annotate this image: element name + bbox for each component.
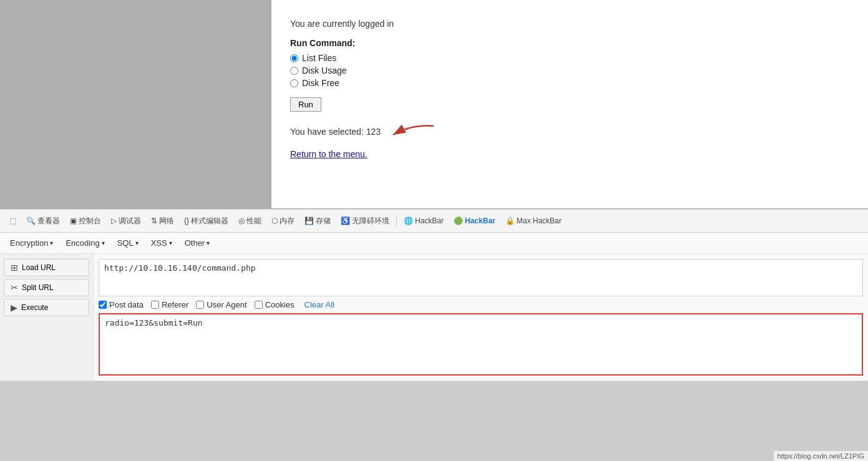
- referer-checkbox[interactable]: [151, 301, 159, 309]
- hackbar2-icon: 🟢: [454, 216, 463, 225]
- referer-checkbox-label[interactable]: Referer: [151, 300, 188, 309]
- arrow-icon: [387, 121, 437, 142]
- cookies-checkbox-label[interactable]: Cookies: [255, 300, 295, 309]
- devtools-separator: [396, 215, 397, 227]
- console-icon: ▣: [70, 216, 77, 225]
- checkbox-row: Post data Referer User Agent Cookies Cle…: [99, 300, 863, 309]
- split-url-icon: ✂: [11, 283, 18, 293]
- user-agent-label: User Agent: [207, 300, 246, 309]
- run-button[interactable]: Run: [290, 97, 321, 112]
- run-command-label: Run Command:: [290, 38, 849, 48]
- devtools-style-editor[interactable]: {} 样式编辑器: [180, 213, 233, 229]
- debugger-icon: ▷: [111, 216, 117, 225]
- inspect-icon: ⬚: [9, 216, 16, 225]
- style-editor-icon: {}: [184, 216, 189, 225]
- execute-button[interactable]: ▶ Execute: [4, 299, 89, 316]
- menu-encoding[interactable]: Encoding ▾: [61, 236, 109, 250]
- radio-disk-free[interactable]: Disk Free: [290, 78, 849, 88]
- post-data-checkbox-label[interactable]: Post data: [99, 300, 144, 309]
- menu-sql[interactable]: SQL ▾: [112, 236, 144, 250]
- devtools-hackbar2[interactable]: 🟢 HackBar: [449, 214, 500, 228]
- radio-disk-usage[interactable]: Disk Usage: [290, 66, 849, 75]
- encoding-arrow-icon: ▾: [102, 240, 105, 246]
- content-panel: You are currently logged in Run Command:…: [271, 0, 868, 209]
- referer-label: Referer: [162, 300, 188, 309]
- post-data-input[interactable]: radio=123&submit=Run: [99, 313, 863, 376]
- split-url-label: Split URL: [22, 283, 54, 292]
- devtools-network[interactable]: ⇅ 网络: [147, 213, 178, 229]
- clear-all-button[interactable]: Clear All: [305, 300, 334, 309]
- load-url-button[interactable]: ⊞ Load URL: [4, 259, 89, 276]
- menu-other[interactable]: Other ▾: [180, 236, 215, 250]
- hackbar-area: Encryption ▾ Encoding ▾ SQL ▾ XSS ▾ Othe…: [0, 233, 868, 381]
- selected-text: You have selected: 123: [290, 127, 381, 137]
- menu-bar: Encryption ▾ Encoding ▾ SQL ▾ XSS ▾ Othe…: [0, 233, 868, 254]
- logged-in-text: You are currently logged in: [290, 19, 849, 29]
- url-input[interactable]: http://10.10.16.140/command.php: [99, 259, 863, 296]
- right-content-panel: http://10.10.16.140/command.php Post dat…: [94, 254, 868, 381]
- execute-icon: ▶: [11, 303, 17, 313]
- xss-label: XSS: [151, 238, 167, 248]
- radio-list-files[interactable]: List Files: [290, 53, 849, 63]
- split-url-button[interactable]: ✂ Split URL: [4, 279, 89, 296]
- sql-arrow-icon: ▾: [135, 240, 139, 246]
- post-data-checkbox[interactable]: [99, 301, 107, 309]
- devtools-console[interactable]: ▣ 控制台: [66, 213, 105, 229]
- devtools-hackbar1[interactable]: 🌐 HackBar: [399, 214, 448, 228]
- other-label: Other: [185, 238, 205, 248]
- hackbar-main: ⊞ Load URL ✂ Split URL ▶ Execute http://…: [0, 254, 868, 381]
- cookies-checkbox[interactable]: [255, 301, 263, 309]
- devtools-performance[interactable]: ◎ 性能: [234, 213, 266, 229]
- performance-icon: ◎: [238, 216, 245, 225]
- devtools-max-hackbar[interactable]: 🔒 Max HackBar: [501, 214, 566, 228]
- devtools-bar: ⬚ 🔍 查看器 ▣ 控制台 ▷ 调试器 ⇅ 网络 {} 样式编辑器 ◎ 性能 ⬡…: [0, 209, 868, 233]
- network-icon: ⇅: [151, 216, 157, 225]
- left-buttons-panel: ⊞ Load URL ✂ Split URL ▶ Execute: [0, 254, 94, 381]
- xss-arrow-icon: ▾: [169, 240, 172, 246]
- hackbar1-icon: 🌐: [404, 216, 413, 225]
- user-agent-checkbox[interactable]: [196, 301, 204, 309]
- selected-text-row: You have selected: 123: [290, 121, 849, 142]
- viewer-icon: 🔍: [26, 216, 36, 225]
- post-data-label: Post data: [109, 300, 144, 309]
- devtools-debugger[interactable]: ▷ 调试器: [107, 213, 145, 229]
- devtools-inspect[interactable]: ⬚: [5, 214, 21, 228]
- return-link[interactable]: Return to the menu.: [290, 149, 368, 159]
- load-url-icon: ⊞: [11, 263, 18, 273]
- load-url-label: Load URL: [22, 263, 56, 272]
- bottom-url-bar: https://blog.csdn.net/LZ1PIG: [774, 451, 868, 461]
- cookies-label: Cookies: [265, 300, 295, 309]
- devtools-memory[interactable]: ⬡ 内存: [267, 213, 299, 229]
- radio-group: List Files Disk Usage Disk Free: [290, 53, 849, 88]
- menu-encryption[interactable]: Encryption ▾: [5, 236, 58, 250]
- left-gray-panel: [0, 0, 271, 209]
- devtools-storage[interactable]: 💾 存储: [300, 213, 335, 229]
- accessibility-icon: ♿: [341, 216, 350, 225]
- memory-icon: ⬡: [271, 216, 278, 225]
- max-hackbar-icon: 🔒: [505, 216, 515, 225]
- user-agent-checkbox-label[interactable]: User Agent: [196, 300, 246, 309]
- encoding-label: Encoding: [66, 238, 99, 248]
- menu-xss[interactable]: XSS ▾: [146, 236, 177, 250]
- storage-icon: 💾: [305, 216, 314, 225]
- encryption-label: Encryption: [10, 238, 48, 248]
- devtools-accessibility[interactable]: ♿ 无障碍环境: [336, 213, 394, 229]
- other-arrow-icon: ▾: [207, 240, 210, 246]
- devtools-viewer[interactable]: 🔍 查看器: [22, 213, 64, 229]
- encryption-arrow-icon: ▾: [50, 240, 53, 246]
- sql-label: SQL: [117, 238, 134, 248]
- execute-label: Execute: [21, 303, 48, 312]
